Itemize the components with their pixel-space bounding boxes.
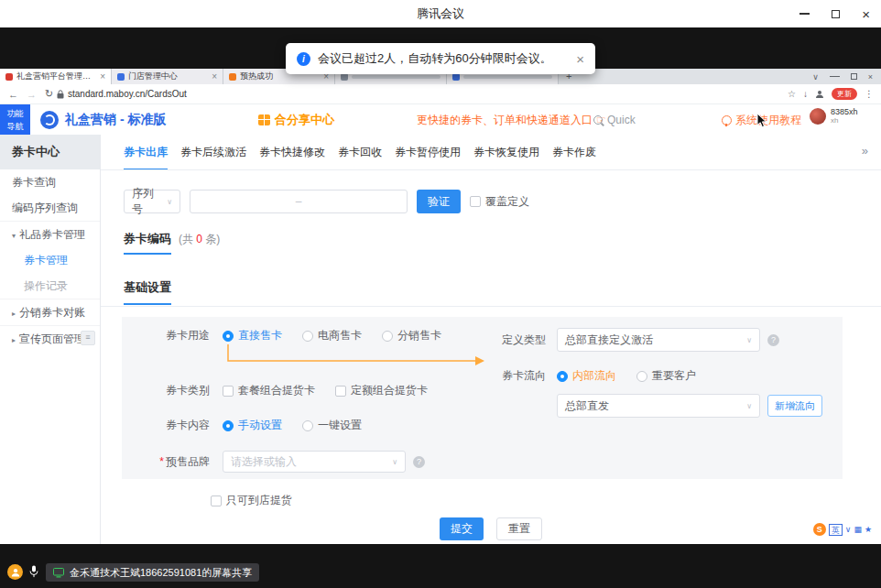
user-subname: xh <box>831 117 858 125</box>
download-icon[interactable]: ↓ <box>803 89 808 99</box>
tab-title <box>352 75 440 79</box>
serial-range-input[interactable]: – <box>190 190 408 213</box>
serial-search-row: 序列号 ∨ – 验证 覆盖定义 <box>124 190 529 213</box>
tab-basic-settings[interactable]: 基础设置 <box>124 279 171 305</box>
sidebar-item-code-sequence-query[interactable]: 编码序列查询 <box>0 195 100 221</box>
option-direct-sale[interactable]: 直接售卡 <box>223 328 282 343</box>
back-icon[interactable]: ← <box>8 89 18 100</box>
url-bar[interactable]: standard.maboy.cn/CardsOut <box>57 84 187 103</box>
translator-language-badge[interactable]: 英 <box>829 524 843 536</box>
verify-button[interactable]: 验证 <box>417 190 461 213</box>
sidebar-item-card-mgmt[interactable]: 券卡管理 <box>0 247 100 273</box>
minimize-icon[interactable] <box>799 13 810 15</box>
function-nav-toggle[interactable]: 功能 导航 <box>0 104 30 136</box>
chevrons-right-icon[interactable]: » <box>862 144 868 158</box>
sidebar-group-gift-card-mgmt[interactable]: ▾礼品券卡管理 <box>0 221 100 247</box>
help-icon[interactable]: ? <box>413 456 425 468</box>
override-define-option[interactable]: 覆盖定义 <box>470 194 529 210</box>
sidebar-title: 券卡中心 <box>0 135 100 169</box>
browser-maximize-icon[interactable] <box>851 73 857 80</box>
user-menu[interactable]: 8385xh xh <box>810 108 858 125</box>
card-content-label: 券卡内容 <box>131 418 210 433</box>
translator-grid-icon[interactable]: ▦ <box>854 526 862 534</box>
checkbox-fixed-combo-card[interactable] <box>335 386 346 397</box>
option-important-customer[interactable]: 重要客户 <box>636 368 696 384</box>
sidebar-group-distribution-reconcile[interactable]: ▸分销券卡对账 <box>0 299 100 325</box>
option-package-combo-card[interactable]: 套餐组合提货卡 <box>223 383 315 398</box>
option-fixed-combo-card[interactable]: 定额组合提货卡 <box>335 383 428 398</box>
quick-search[interactable]: Quick <box>593 104 636 136</box>
tab-card-pause[interactable]: 券卡暂停使用 <box>395 145 461 170</box>
tab-card-recycle[interactable]: 券卡回收 <box>338 145 382 170</box>
checkbox-store-pickup-only[interactable] <box>211 495 222 506</box>
gift-icon <box>258 114 270 125</box>
option-manual-setting[interactable]: 手动设置 <box>223 418 282 433</box>
user-names: 8385xh xh <box>831 108 858 125</box>
browser-close-icon[interactable]: × <box>868 72 873 82</box>
sidebar-item-operation-log[interactable]: 操作记录 <box>0 273 100 299</box>
card-category-label: 券卡类别 <box>131 383 210 398</box>
option-label: 直接售卡 <box>238 328 282 343</box>
user-avatar[interactable] <box>810 108 826 125</box>
tab-close-icon[interactable]: × <box>100 72 105 82</box>
forward-icon[interactable]: → <box>27 89 37 100</box>
option-onekey-setting[interactable]: 一键设置 <box>302 418 362 433</box>
tab-card-void[interactable]: 券卡作废 <box>552 145 596 170</box>
tab-card-followup-activate[interactable]: 券卡后续激活 <box>180 145 246 170</box>
sidebar-collapse-handle[interactable]: ≡ <box>81 331 95 345</box>
quick-entry-link[interactable]: 更快捷的券卡、订单和快递通道入口 ☞ <box>417 104 606 136</box>
submit-button[interactable]: 提交 <box>440 517 484 540</box>
tab-card-outbound[interactable]: 券卡出库 <box>124 145 168 170</box>
tab-close-icon[interactable]: × <box>212 72 217 82</box>
radio-direct-sale[interactable] <box>223 331 234 342</box>
brand-select[interactable]: 请选择或输入 ∨ <box>223 451 406 473</box>
option-internal-flow[interactable]: 内部流向 <box>557 368 616 384</box>
participant-avatar <box>7 564 23 580</box>
addressbar-actions: ☆ ↓ 更新 ⋮ <box>788 84 874 103</box>
browser-tab[interactable]: 礼盒营销平台管理中心 × <box>0 69 112 84</box>
translator-caret-icon[interactable]: ∨ <box>845 526 852 534</box>
help-icon[interactable]: ? <box>767 334 779 346</box>
browser-update-button[interactable]: 更新 <box>832 88 857 100</box>
profile-icon[interactable] <box>815 90 824 99</box>
translator-logo-icon[interactable]: S <box>813 523 826 536</box>
browser-tab[interactable]: 门店管理中心 × <box>112 69 223 84</box>
checkbox-package-combo-card[interactable] <box>223 386 234 397</box>
checkbox-override-define[interactable] <box>470 196 481 207</box>
add-flow-button[interactable]: 新增流向 <box>767 395 822 417</box>
brand-title: 礼盒营销 - 标准版 <box>65 112 166 128</box>
reset-button[interactable]: 重置 <box>496 517 542 540</box>
radio-manual-setting[interactable] <box>223 420 234 431</box>
store-pickup-option[interactable]: 只可到店提货 <box>211 493 292 508</box>
toast-close-icon[interactable]: × <box>576 52 584 66</box>
browser-menu-icon[interactable]: ⋮ <box>865 89 874 99</box>
maximize-icon[interactable] <box>832 10 840 18</box>
sidebar-item-card-query[interactable]: 券卡查询 <box>0 169 100 195</box>
presale-brand-row: *预售品牌 请选择或输入 ∨ ? <box>131 451 425 473</box>
tab-search-icon[interactable]: ∨ <box>812 72 819 82</box>
option-ecommerce-sale[interactable]: 电商售卡 <box>302 328 362 343</box>
share-center-link[interactable]: 合分享中心 <box>258 104 334 136</box>
serial-select[interactable]: 序列号 ∨ <box>124 190 180 213</box>
store-pickup-label: 只可到店提货 <box>226 493 292 508</box>
url-text[interactable]: standard.maboy.cn/CardsOut <box>68 89 187 99</box>
translator-star-icon[interactable]: ★ <box>865 526 872 534</box>
define-type-value: 总部直接定义激活 <box>565 332 653 348</box>
radio-important-customer[interactable] <box>636 371 647 382</box>
app-content: 券卡中心 券卡查询 编码序列查询 ▾礼品券卡管理 券卡管理 操作记录 ▸分销券卡… <box>0 135 881 544</box>
radio-onekey-setting[interactable] <box>302 420 313 431</box>
flow-select[interactable]: 总部直发 ∨ <box>557 394 760 418</box>
radio-ecommerce-sale[interactable] <box>302 331 313 342</box>
option-distribution-sale[interactable]: 分销售卡 <box>382 328 441 343</box>
tab-card-resume[interactable]: 券卡恢复使用 <box>473 145 539 170</box>
radio-internal-flow[interactable] <box>557 371 568 382</box>
search-icon <box>593 115 603 125</box>
browser-minimize-icon[interactable] <box>830 76 840 78</box>
tab-card-quick-edit[interactable]: 券卡快捷修改 <box>259 145 325 170</box>
close-icon[interactable]: × <box>862 7 870 21</box>
radio-distribution-sale[interactable] <box>382 331 393 342</box>
bookmark-star-icon[interactable]: ☆ <box>788 89 796 99</box>
refresh-icon[interactable]: ↻ <box>45 88 53 100</box>
card-codes-title: 券卡编码 <box>124 231 171 255</box>
define-type-select[interactable]: 总部直接定义激活 ∨ <box>557 328 760 352</box>
